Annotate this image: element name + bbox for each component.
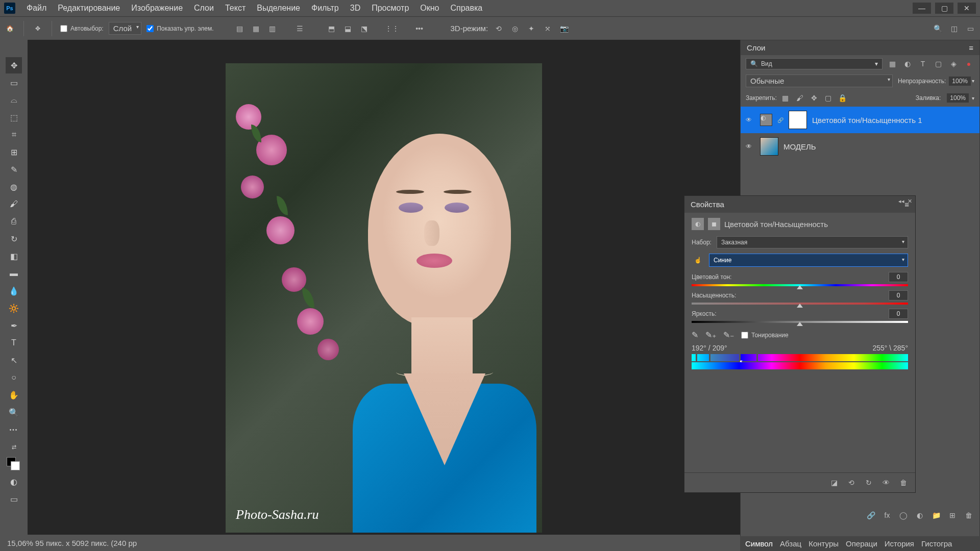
lock-pixels-icon[interactable]: 🖌 bbox=[794, 92, 805, 104]
menu-view[interactable]: Просмотр bbox=[366, 2, 414, 15]
clip-to-layer-icon[interactable]: ◪ bbox=[828, 477, 840, 488]
pen-tool[interactable]: ✒ bbox=[6, 317, 22, 334]
colorize-checkbox[interactable]: Тонирование bbox=[741, 332, 789, 339]
screenmode-tool[interactable]: ▭ bbox=[6, 491, 22, 507]
document-canvas[interactable]: Photo-Sasha.ru bbox=[226, 63, 542, 533]
distribute-icon[interactable]: ☰ bbox=[295, 23, 306, 34]
eyedropper-icon[interactable]: ✎ bbox=[692, 330, 698, 340]
color-range-select[interactable]: Синие bbox=[709, 254, 908, 267]
eyedropper-tool[interactable]: ✎ bbox=[6, 161, 22, 178]
screen-mode-icon[interactable]: ◫ bbox=[948, 23, 960, 34]
previous-state-icon[interactable]: ⟲ bbox=[846, 477, 857, 488]
zoom-tool[interactable]: 🔍 bbox=[6, 404, 22, 420]
opacity-value[interactable]: 100% bbox=[949, 77, 971, 86]
menu-text[interactable]: Текст bbox=[220, 2, 251, 15]
toggle-visibility-icon[interactable]: 👁 bbox=[880, 477, 892, 488]
tab-paragraph[interactable]: Абзац bbox=[780, 539, 801, 548]
align-bottom-icon[interactable]: ⬔ bbox=[359, 23, 370, 34]
fill-value[interactable]: 100% bbox=[947, 93, 969, 103]
color-range-strip-bottom[interactable] bbox=[692, 362, 908, 369]
filter-smart-icon[interactable]: ◈ bbox=[948, 58, 959, 69]
panel-menu-icon[interactable]: ≡ bbox=[969, 43, 973, 52]
range-marker[interactable] bbox=[709, 354, 710, 362]
new-group-icon[interactable]: 📁 bbox=[930, 510, 942, 521]
lightness-slider-thumb[interactable] bbox=[797, 322, 803, 326]
layer-filter-select[interactable]: 🔍 Вид ▾ bbox=[746, 58, 883, 69]
shape-tool[interactable]: ○ bbox=[6, 369, 22, 386]
healing-tool[interactable]: ◍ bbox=[6, 179, 22, 195]
layer-row-adjustment[interactable]: 👁 ◐ 🔗 Цветовой тон/Насыщенность 1 bbox=[741, 107, 979, 133]
range-marker[interactable] bbox=[756, 354, 758, 362]
tab-history[interactable]: История bbox=[885, 539, 914, 548]
eyedropper-add-icon[interactable]: ✎₊ bbox=[705, 330, 716, 340]
visibility-icon[interactable]: 👁 bbox=[746, 143, 755, 150]
minimize-button[interactable]: — bbox=[913, 3, 931, 14]
move-tool[interactable]: ✥ bbox=[6, 57, 22, 73]
blend-mode-select[interactable]: Обычные bbox=[746, 74, 893, 87]
hand-tool[interactable]: ✋ bbox=[6, 387, 22, 403]
layer-name[interactable]: МОДЕЛЬ bbox=[783, 142, 816, 151]
home-button[interactable]: 🏠 bbox=[4, 23, 15, 34]
gradient-tool[interactable]: ▬ bbox=[6, 265, 22, 282]
align-center-h-icon[interactable]: ▦ bbox=[251, 23, 262, 34]
lock-position-icon[interactable]: ✥ bbox=[808, 92, 820, 104]
tab-paths[interactable]: Контуры bbox=[808, 539, 839, 548]
close-panel-icon[interactable]: ✕ bbox=[908, 198, 912, 205]
frame-tool[interactable]: ⊞ bbox=[6, 144, 22, 160]
search-icon[interactable]: 🔍 bbox=[932, 23, 943, 34]
align-top-icon[interactable]: ⬒ bbox=[326, 23, 337, 34]
filter-toggle-icon[interactable]: ● bbox=[963, 58, 974, 69]
move-tool-icon[interactable]: ✥ bbox=[32, 23, 43, 34]
saturation-slider-thumb[interactable] bbox=[797, 304, 803, 308]
quickmask-tool[interactable]: ◐ bbox=[6, 473, 22, 490]
menu-help[interactable]: Справка bbox=[445, 2, 487, 15]
mask-mode-icon[interactable]: ◼ bbox=[708, 218, 720, 230]
new-layer-icon[interactable]: ⊞ bbox=[947, 510, 958, 521]
quick-select-tool[interactable]: ⬚ bbox=[6, 109, 22, 126]
stamp-tool[interactable]: ⎙ bbox=[6, 213, 22, 230]
3d-slide-icon[interactable]: ⤧ bbox=[542, 23, 553, 34]
menu-window[interactable]: Окно bbox=[415, 2, 444, 15]
menu-layers[interactable]: Слои bbox=[189, 2, 219, 15]
menu-filter[interactable]: Фильтр bbox=[306, 2, 344, 15]
preset-select[interactable]: Заказная bbox=[717, 236, 908, 248]
dodge-tool[interactable]: 🔆 bbox=[6, 300, 22, 316]
filter-shape-icon[interactable]: ▢ bbox=[933, 58, 944, 69]
saturation-slider[interactable] bbox=[692, 303, 908, 305]
align-left-icon[interactable]: ▤ bbox=[234, 23, 246, 34]
3d-orbit-icon[interactable]: ⟲ bbox=[493, 23, 504, 34]
autoselect-checkbox[interactable]: Автовыбор: bbox=[60, 25, 104, 32]
filter-text-icon[interactable]: T bbox=[917, 58, 928, 69]
brush-tool[interactable]: 🖌 bbox=[6, 196, 22, 212]
tab-character[interactable]: Символ bbox=[745, 539, 773, 548]
3d-pan-icon[interactable]: ✦ bbox=[526, 23, 537, 34]
lock-transparency-icon[interactable]: ▦ bbox=[780, 92, 791, 104]
3d-roll-icon[interactable]: ◎ bbox=[509, 23, 521, 34]
layer-row-model[interactable]: 👁 МОДЕЛЬ bbox=[741, 133, 979, 160]
menu-3d[interactable]: 3D bbox=[345, 2, 365, 15]
lightness-value[interactable]: 0 bbox=[889, 309, 908, 319]
eyedropper-subtract-icon[interactable]: ✎₋ bbox=[723, 330, 734, 340]
new-adjustment-icon[interactable]: ◐ bbox=[914, 510, 925, 521]
lock-artboard-icon[interactable]: ▢ bbox=[823, 92, 834, 104]
mask-thumb[interactable] bbox=[789, 111, 807, 129]
menu-select[interactable]: Выделение bbox=[252, 2, 305, 15]
close-button[interactable]: ✕ bbox=[958, 3, 976, 14]
targeted-adjust-icon[interactable]: ☝ bbox=[692, 254, 704, 266]
distribute-v-icon[interactable]: ⋮⋮ bbox=[386, 23, 398, 34]
saturation-value[interactable]: 0 bbox=[889, 290, 908, 300]
layer-thumb[interactable] bbox=[760, 137, 778, 156]
autoselect-type-select[interactable]: Слой bbox=[109, 22, 141, 35]
filter-adjust-icon[interactable]: ◐ bbox=[902, 58, 913, 69]
eraser-tool[interactable]: ◧ bbox=[6, 248, 22, 264]
menu-image[interactable]: Изображение bbox=[126, 2, 188, 15]
path-select-tool[interactable]: ↖ bbox=[6, 352, 22, 368]
reset-icon[interactable]: ↻ bbox=[863, 477, 874, 488]
workspace-icon[interactable]: ▭ bbox=[965, 23, 976, 34]
layer-style-icon[interactable]: fx bbox=[881, 510, 893, 521]
tab-histogram[interactable]: Гистогра bbox=[921, 539, 952, 548]
link-layers-icon[interactable]: 🔗 bbox=[865, 510, 876, 521]
add-mask-icon[interactable]: ◯ bbox=[898, 510, 909, 521]
delete-layer-icon[interactable]: 🗑 bbox=[963, 510, 974, 521]
range-marker[interactable] bbox=[696, 354, 697, 362]
